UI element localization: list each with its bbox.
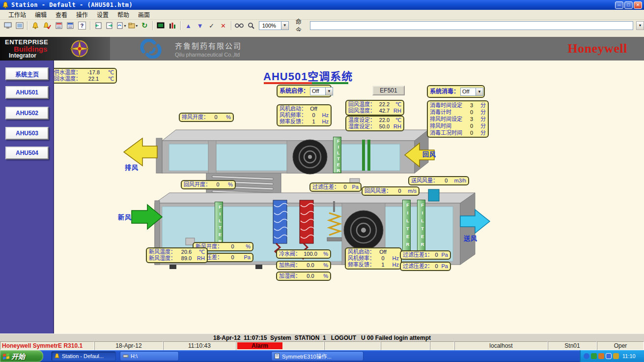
capture-icon[interactable] [14, 21, 25, 30]
sidebar-item-ahu503[interactable]: AHU503 [5, 127, 49, 140]
system-disinfect-box: 系统消毒： Off ▼ [427, 85, 485, 98]
heating-valve-box: 加热阀：0.0% [276, 261, 331, 270]
value: 0 [438, 178, 454, 184]
minimize-button[interactable]: ─ [615, 1, 623, 9]
close-button[interactable]: ✕ [634, 1, 642, 9]
status-blank [381, 341, 430, 350]
label: 送风风量： [411, 178, 438, 184]
forward-page-icon[interactable] [104, 21, 115, 30]
refresh-icon[interactable]: ↻ [140, 21, 150, 30]
label: 风机启动： [280, 106, 307, 112]
value: 0 [433, 263, 440, 270]
sidebar-item-ahu502[interactable]: AHU502 [5, 107, 49, 120]
accept-icon[interactable]: ✓ [206, 21, 217, 30]
value: 100.0 [301, 251, 320, 257]
status-blank [324, 341, 381, 350]
menu-configure[interactable]: 设置 [92, 9, 113, 20]
taskbar: 开始 Station - Defaul... H:\ SymmetrE310操作… [0, 350, 644, 362]
company-zone: 齐鲁制药有限公司 Qilu pharmaceutical Co.,ltd Hon… [109, 37, 644, 60]
tray-media-icon[interactable] [584, 353, 589, 359]
alarm-page-icon[interactable] [30, 21, 41, 30]
honeywell-logo: Honeywell [568, 41, 628, 56]
chevron-down-icon[interactable]: ▼ [325, 88, 333, 95]
task-station[interactable]: Station - Defaul... [51, 351, 116, 361]
unit: RH [393, 123, 401, 130]
alarm-indicator[interactable]: Alarm [237, 342, 282, 349]
return-fan-graphic [287, 140, 333, 174]
tray-green-icon[interactable] [591, 353, 597, 359]
zoom-select[interactable]: 100% ▼ [259, 21, 289, 30]
return-speed-box: 回风风速：0m/s [362, 186, 420, 196]
status-station: Stn01 [548, 341, 597, 350]
trend-bars-icon[interactable] [167, 21, 178, 30]
task-document[interactable]: SymmetrE310操作... [271, 351, 364, 361]
value: Off [307, 106, 321, 112]
recall-page-icon[interactable]: ▾ [116, 21, 127, 30]
command-input[interactable] [310, 21, 633, 30]
help-icon[interactable]: ? [77, 21, 87, 30]
compass-icon [69, 39, 90, 59]
label: 过滤压差2： [403, 263, 433, 270]
unit: % [223, 114, 231, 121]
back-page-icon[interactable] [93, 21, 104, 30]
zoom-icon[interactable] [246, 21, 256, 30]
message-summary-icon[interactable] [65, 21, 76, 30]
tray-orange-icon[interactable] [598, 353, 604, 359]
value: 50.0 [375, 123, 393, 130]
disinfect-panel: 消毒时间设定3分 消毒计时0分 排风时间设定3分 排风时间0分 消毒工况时间0分 [427, 100, 489, 138]
unit: Pa [243, 254, 251, 261]
menu-screens[interactable]: 画面 [134, 9, 154, 20]
sidebar-item-ahu504[interactable]: AHU504 [5, 147, 49, 159]
ef501-button[interactable]: EF501 [372, 86, 405, 95]
message-line: 18-Apr-12 11:07:15 System STATION 1 LOGO… [0, 333, 644, 341]
menu-action[interactable]: 操作 [72, 9, 92, 20]
window-title: Station - Default - (AHU501.htm) [11, 1, 614, 8]
command-dropdown-icon[interactable]: ▾ [636, 21, 644, 30]
menu-view[interactable]: 查看 [51, 9, 72, 20]
value: Off [375, 249, 391, 255]
windows-flag-icon [3, 353, 9, 360]
chevron-down-icon[interactable]: ▼ [281, 22, 288, 30]
value: 0 [223, 243, 243, 250]
unit: ℃ [106, 69, 114, 76]
selected-value: Off [461, 89, 476, 95]
label: 湿度设定： [348, 123, 375, 130]
menu-edit[interactable]: 编辑 [30, 9, 51, 20]
help-glyph: ? [78, 22, 86, 30]
chilled-valve-box: 冷水阀：100.0% [276, 249, 331, 259]
caret-icon: ▾ [124, 24, 126, 28]
menu-help[interactable]: 帮助 [113, 9, 134, 20]
raise-icon[interactable]: ▲ [183, 21, 194, 30]
system-disinfect-select[interactable]: Off ▼ [460, 88, 483, 96]
tray-gold-icon[interactable] [613, 353, 619, 359]
cancel-icon[interactable]: ✕ [218, 21, 229, 30]
lower-icon[interactable]: ▼ [195, 21, 205, 30]
value: 0 [465, 129, 478, 136]
fresh-air-box: 新风温度：20.6℃ 新风湿度：89.0RH [146, 247, 208, 263]
station-icon[interactable] [2, 21, 13, 30]
tray-monitor-icon[interactable] [606, 353, 612, 359]
label: 频率反馈： [348, 262, 375, 268]
display-icon[interactable] [155, 21, 166, 30]
find-glasses-icon[interactable] [234, 21, 245, 30]
maximize-button[interactable]: □ [624, 1, 633, 9]
menu-station[interactable]: 工作站 [4, 9, 30, 20]
sidebar-item-home[interactable]: 系统主页 [5, 67, 49, 80]
sidebar-item-ahu501[interactable]: AHU501 [5, 86, 49, 99]
title-bar: Station - Default - (AHU501.htm) ─ □ ✕ [0, 0, 644, 10]
value: 0 [211, 181, 225, 188]
chevron-down-icon[interactable]: ▼ [476, 88, 483, 95]
start-button[interactable]: 开始 [0, 350, 43, 362]
favorites-icon[interactable]: ▾ [128, 21, 139, 30]
system-start-select[interactable]: Off ▼ [310, 87, 333, 95]
value: 3 [465, 102, 478, 109]
return-air-label: 回风 [422, 149, 436, 158]
company-text: 齐鲁制药有限公司 Qilu pharmaceutical Co.,ltd [175, 40, 242, 58]
alarm-ack-icon[interactable] [42, 21, 53, 30]
uv-box [428, 189, 439, 201]
ahu-diagram [0, 60, 644, 333]
alarm-summary-icon[interactable] [54, 21, 64, 30]
value: 0 [375, 255, 391, 262]
value: 0 [339, 184, 351, 190]
task-drive[interactable]: H:\ [120, 351, 179, 361]
